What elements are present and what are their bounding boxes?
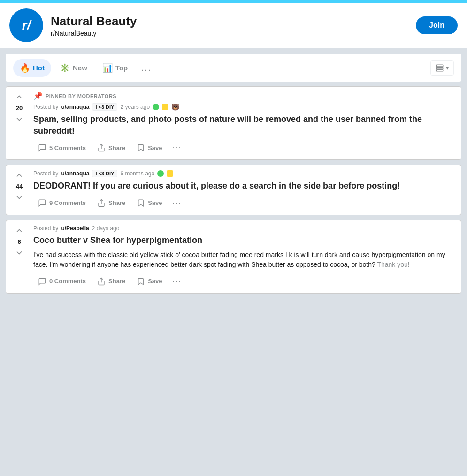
svg-rect-2: [436, 69, 443, 71]
sparkle-icon: ✳️: [60, 63, 70, 73]
post-content: Posted by u/annaqua I <3 DIY 6 months ag…: [33, 170, 453, 210]
moderator-badge-green: [157, 170, 164, 177]
share-button[interactable]: Share: [92, 274, 130, 288]
downvote-button[interactable]: [14, 113, 25, 125]
sort-bar: 🔥 Hot ✳️ New 📊 Top ... ▾: [6, 54, 461, 82]
user-flair: I <3 DIY: [92, 103, 117, 111]
share-icon: [97, 144, 106, 152]
comments-button[interactable]: 0 Comments: [33, 274, 91, 288]
chart-icon: 📊: [102, 63, 113, 73]
comment-icon: [38, 144, 46, 152]
post-content: Posted by u/Peabella 2 days ago Coco but…: [33, 225, 453, 288]
post-body-muted: Thank you!: [377, 261, 409, 268]
subreddit-logo: [9, 8, 43, 42]
vote-column: 20: [10, 91, 29, 155]
posted-by-label: Posted by: [33, 104, 58, 110]
post-content: 📌 PINNED BY MODERATORS Posted by u/annaq…: [33, 91, 453, 155]
post-time: 2 years ago: [120, 104, 150, 110]
sort-hot-button[interactable]: 🔥 Hot: [13, 59, 51, 77]
moderator-badge-bear: 🐻: [171, 103, 179, 111]
vote-count: 20: [16, 105, 23, 112]
moderator-badge-green: [153, 104, 159, 110]
upvote-button[interactable]: [14, 91, 25, 103]
chevron-down-icon: ▾: [446, 65, 449, 71]
share-icon: [97, 199, 106, 207]
comment-icon: [38, 199, 46, 207]
vote-column: 6: [10, 225, 29, 288]
post-card-pinned-2: 44 Posted by u/annaqua I <3 DIY 6 months…: [6, 165, 461, 215]
post-time: 2 days ago: [92, 225, 120, 232]
post-meta: Posted by u/annaqua I <3 DIY 6 months ag…: [33, 170, 453, 177]
vote-count: 6: [17, 238, 21, 245]
pinned-banner: 📌 PINNED BY MODERATORS: [33, 91, 453, 100]
subreddit-header: Natural Beauty r/NaturalBeauty Join: [0, 3, 467, 48]
subreddit-name: r/NaturalBeauty: [51, 30, 408, 37]
upvote-button[interactable]: [14, 170, 25, 181]
user-flair: I <3 DIY: [92, 170, 117, 177]
comments-button[interactable]: 9 Comments: [33, 196, 91, 210]
bookmark-icon: [137, 277, 145, 286]
flame-icon: 🔥: [20, 63, 30, 73]
more-options-button[interactable]: ···: [169, 196, 185, 210]
sort-more-button[interactable]: ...: [136, 59, 156, 77]
save-button[interactable]: Save: [132, 196, 167, 210]
post-title[interactable]: DEODORANT! If you are curious about it, …: [33, 180, 453, 192]
post-body: I've had success with the classic old ye…: [33, 250, 453, 270]
post-card-3: 6 Posted by u/Peabella 2 days ago Coco b…: [6, 220, 461, 294]
layout-icon: [436, 64, 444, 72]
moderator-badge-yellow: [167, 170, 173, 177]
comment-icon: [38, 277, 46, 286]
bookmark-icon: [137, 144, 145, 152]
save-button[interactable]: Save: [132, 274, 167, 288]
post-title[interactable]: Spam, selling products, and photo posts …: [33, 113, 453, 137]
join-button[interactable]: Join: [416, 16, 458, 34]
svg-rect-0: [436, 65, 443, 67]
share-icon: [97, 277, 106, 286]
post-author[interactable]: u/Peabella: [61, 225, 89, 232]
moderator-badge-yellow: [162, 104, 168, 110]
downvote-button[interactable]: [14, 192, 25, 203]
more-options-button[interactable]: ···: [169, 141, 185, 155]
post-author[interactable]: u/annaqua: [61, 170, 89, 177]
pinned-text: PINNED BY MODERATORS: [46, 93, 116, 99]
downvote-button[interactable]: [14, 247, 25, 258]
sort-new-button[interactable]: ✳️ New: [53, 59, 94, 77]
post-actions: 0 Comments Share Save ···: [33, 274, 453, 288]
share-button[interactable]: Share: [92, 141, 130, 155]
upvote-button[interactable]: [14, 225, 25, 236]
svg-rect-1: [436, 67, 443, 69]
subreddit-title: Natural Beauty: [51, 14, 408, 29]
posted-by-label: Posted by: [33, 170, 58, 177]
post-author[interactable]: u/annaqua: [61, 104, 89, 110]
bookmark-icon: [137, 199, 145, 207]
post-meta: Posted by u/annaqua I <3 DIY 2 years ago…: [33, 103, 453, 111]
vote-count: 44: [16, 183, 23, 190]
post-time: 6 months ago: [120, 170, 154, 177]
view-toggle[interactable]: ▾: [430, 60, 454, 76]
post-title[interactable]: Coco butter v Shea for hyperpigmentation: [33, 234, 453, 246]
save-button[interactable]: Save: [132, 141, 167, 155]
post-card-pinned-1: 20 📌 PINNED BY MODERATORS Posted by u/an…: [6, 86, 461, 160]
sort-top-button[interactable]: 📊 Top: [96, 59, 134, 77]
comments-button[interactable]: 5 Comments: [33, 141, 91, 155]
post-meta: Posted by u/Peabella 2 days ago: [33, 225, 453, 232]
pin-icon: 📌: [33, 91, 43, 100]
more-options-button[interactable]: ···: [169, 274, 185, 288]
subreddit-info: Natural Beauty r/NaturalBeauty: [51, 14, 408, 37]
vote-column: 44: [10, 170, 29, 210]
posted-by-label: Posted by: [33, 225, 58, 232]
share-button[interactable]: Share: [92, 196, 130, 210]
post-actions: 5 Comments Share Save ···: [33, 141, 453, 155]
post-actions: 9 Comments Share Save ···: [33, 196, 453, 210]
